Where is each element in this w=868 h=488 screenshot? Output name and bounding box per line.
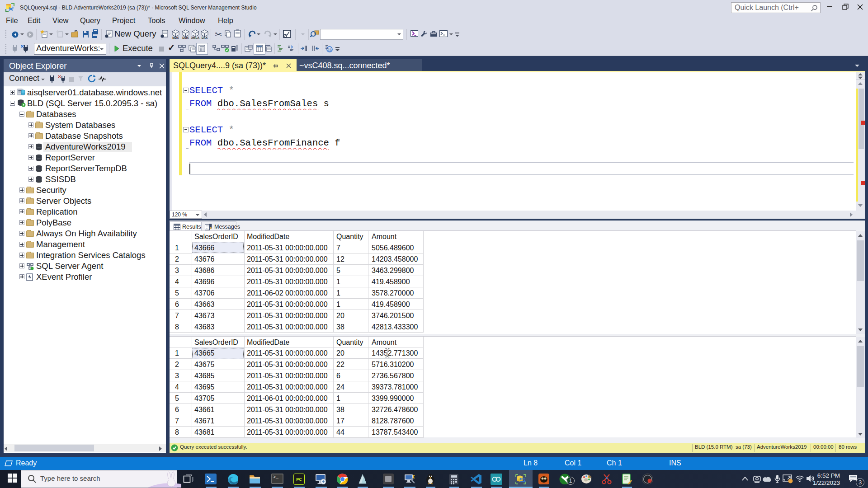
svg-text:DAX: DAX — [202, 36, 208, 39]
svg-text:MDX: MDX — [172, 36, 179, 39]
svg-text:XMLA: XMLA — [191, 36, 200, 39]
svg-text:DMX: DMX — [182, 36, 189, 39]
svg-text:PC: PC — [296, 477, 302, 482]
svg-text:@: @ — [327, 47, 331, 52]
